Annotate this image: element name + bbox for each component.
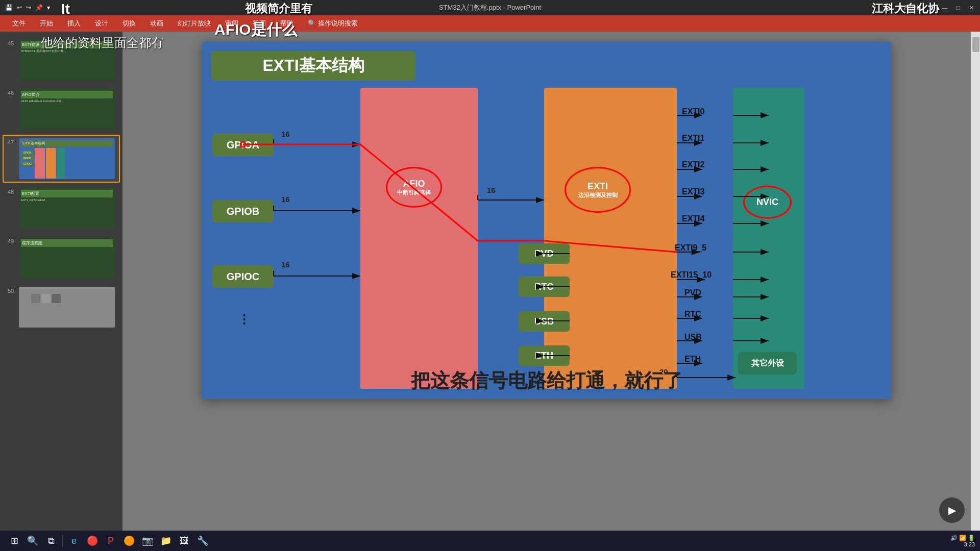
gpio-b-label: GPIOB xyxy=(227,206,259,217)
pvd-box: PVD xyxy=(519,243,570,264)
exti-column xyxy=(544,88,677,389)
window-title: STM32入门教程.pptx - PowerPoint xyxy=(439,3,541,12)
slide-item-50[interactable]: 50 xyxy=(3,283,120,331)
play-button[interactable]: ▶ xyxy=(939,497,965,523)
search-button[interactable]: 🔍 xyxy=(23,532,42,550)
slide-thumb-48: EXTI配置 EXTI_InitTypeDef... xyxy=(19,188,115,229)
slide-number-49: 49 xyxy=(8,238,19,244)
app2-button[interactable]: P xyxy=(102,532,120,550)
scrollbar-thumb[interactable] xyxy=(972,37,979,52)
gpio-c-arrow-num: 16 xyxy=(281,260,290,269)
exti15-10-label: EXTI15_10 xyxy=(671,270,712,280)
slide-thumb-49: 程序流程图 xyxy=(19,237,115,278)
tray-icons: 🔊 📶 🔋 xyxy=(950,535,975,541)
slide-subtitle: 把这条信号电路给打通，就行了 xyxy=(202,368,891,394)
dropdown-icon[interactable]: ▾ xyxy=(47,4,50,11)
exti-circle-label: EXTI 边沿检测及控制 xyxy=(565,167,631,213)
eth-box: ETH xyxy=(519,345,570,366)
slide-canvas: EXTI基本结构 GPIOA xyxy=(202,42,891,399)
pvd-output-label: PVD xyxy=(684,288,701,297)
tab-review[interactable]: 审阅 xyxy=(218,17,246,30)
gpio-b-box: GPIOB xyxy=(212,200,274,222)
edge-button[interactable]: e xyxy=(65,532,83,550)
slide-thumb-47: EXTI基本结构 GPIOA GPIOB GPIOC xyxy=(19,138,115,179)
app4-button[interactable]: 📷 xyxy=(138,532,157,550)
exti9-5-label: EXTI9_5 xyxy=(675,243,706,253)
rtc-output-label: RTC xyxy=(684,310,701,319)
tab-home[interactable]: 开始 xyxy=(33,17,60,30)
user-avatar: 👤 xyxy=(927,4,935,11)
undo-icon[interactable]: ↩ xyxy=(17,4,22,11)
taskbar-separator xyxy=(62,535,63,547)
gpio-b-arrow-num: 16 xyxy=(281,195,290,204)
slide-title: EXTI基本结构 xyxy=(211,51,415,81)
slide-panel: 45 EXTI资源 STM32 F1 系列有20个外部中断... 46 AFIO… xyxy=(0,32,122,536)
system-tray: 🔊 📶 🔋 3:23 xyxy=(950,535,975,547)
pin-icon[interactable]: 📌 xyxy=(35,4,43,11)
maximize-button[interactable]: □ xyxy=(954,4,962,11)
thumb-inner-50 xyxy=(19,287,115,328)
ribbon-tabs: 文件 开始 插入 设计 切换 动画 幻灯片放映 审阅 视图 帮助 🔍 操作说明搜… xyxy=(0,15,980,32)
exti1-label: EXTI1 xyxy=(682,134,704,143)
thumb-inner-47: EXTI基本结构 GPIOA GPIOB GPIOC xyxy=(19,138,115,179)
exti4-label: EXTI4 xyxy=(682,214,704,223)
slide-thumb-45: EXTI资源 STM32 F1 系列有20个外部中断... xyxy=(19,39,115,80)
exti3-label: EXTI3 xyxy=(682,187,704,196)
explorer-button[interactable]: 📁 xyxy=(157,532,175,550)
thumb-inner-48: EXTI配置 EXTI_InitTypeDef... xyxy=(19,188,115,229)
tab-transitions[interactable]: 切换 xyxy=(115,17,143,30)
play-icon: ▶ xyxy=(948,504,956,516)
save-icon[interactable]: 💾 xyxy=(5,4,13,11)
app3-button[interactable]: 🟠 xyxy=(120,532,138,550)
gpio-c-label: GPIOC xyxy=(227,271,259,283)
slide-thumb-50 xyxy=(19,287,115,328)
gpio-a-box: GPIOA xyxy=(212,134,274,156)
tab-help[interactable]: 帮助 xyxy=(273,17,301,30)
ribbon: 文件 开始 插入 设计 切换 动画 幻灯片放映 审阅 视图 帮助 🔍 操作说明搜… xyxy=(0,15,980,32)
slide-number-48: 48 xyxy=(8,189,19,195)
photos-button[interactable]: 🖼 xyxy=(175,532,193,550)
tab-view[interactable]: 视图 xyxy=(246,17,273,30)
slide-item-45[interactable]: 45 EXTI资源 STM32 F1 系列有20个外部中断... xyxy=(3,36,120,84)
slide-number-46: 46 xyxy=(8,90,19,96)
clock: 3:23 xyxy=(950,541,975,547)
app-layout: 45 EXTI资源 STM32 F1 系列有20个外部中断... 46 AFIO… xyxy=(0,32,980,536)
tab-slideshow[interactable]: 幻灯片放映 xyxy=(170,17,218,30)
slide-title-text: EXTI基本结构 xyxy=(262,55,364,77)
thumb-inner-49: 程序流程图 xyxy=(19,237,115,278)
app1-button[interactable]: 🔴 xyxy=(83,532,102,550)
start-button[interactable]: ⊞ xyxy=(5,532,23,550)
tab-search[interactable]: 🔍 操作说明搜索 xyxy=(301,17,365,30)
minimize-button[interactable]: — xyxy=(941,4,948,11)
slide-number-47: 47 xyxy=(8,139,19,145)
slide-item-47[interactable]: 47 EXTI基本结构 GPIOA GPIOB GPIOC xyxy=(3,135,120,183)
tab-design[interactable]: 设计 xyxy=(88,17,115,30)
tab-animations[interactable]: 动画 xyxy=(143,17,170,30)
nvic-circle-label: NVIC xyxy=(743,186,792,219)
other-peripheral-label: 其它外设 xyxy=(751,358,784,369)
slide-number-45: 45 xyxy=(8,40,19,46)
slide-item-48[interactable]: 48 EXTI配置 EXTI_InitTypeDef... xyxy=(3,184,120,232)
taskview-button[interactable]: ⧉ xyxy=(42,532,60,550)
right-scrollbar[interactable] xyxy=(971,32,980,536)
canvas-area: EXTI基本结构 GPIOA xyxy=(122,32,971,536)
redo-icon[interactable]: ↪ xyxy=(26,4,31,11)
slide-number-50: 50 xyxy=(8,288,19,294)
thumb-inner-46: AFIO简介 AFIO (Alternate Function I/O)... xyxy=(19,89,115,130)
usb-output-label: USB xyxy=(684,333,702,342)
title-bar: 💾 ↩ ↪ 📌 ▾ STM32入门教程.pptx - PowerPoint H … xyxy=(0,0,980,15)
main-content: EXTI基本结构 GPIOA xyxy=(122,32,971,536)
taskbar: ⊞ 🔍 ⧉ e 🔴 P 🟠 📷 📁 🖼 🔧 🔊 📶 🔋 3:23 xyxy=(0,531,980,551)
app5-button[interactable]: 🔧 xyxy=(193,532,212,550)
tab-insert[interactable]: 插入 xyxy=(60,17,88,30)
thumb-inner-45: EXTI资源 STM32 F1 系列有20个外部中断... xyxy=(19,39,115,80)
slide-item-46[interactable]: 46 AFIO简介 AFIO (Alternate Function I/O).… xyxy=(3,85,120,133)
title-left: 💾 ↩ ↪ 📌 ▾ xyxy=(5,4,50,11)
slide-item-49[interactable]: 49 程序流程图 xyxy=(3,234,120,282)
afio-circle-label: AFIO 中断引脚选择 xyxy=(386,167,442,208)
gpio-c-box: GPIOC xyxy=(212,265,274,288)
tab-file[interactable]: 文件 xyxy=(5,17,33,30)
nvic-column xyxy=(733,88,804,389)
usb-box: USB xyxy=(519,311,570,332)
close-button[interactable]: ✕ xyxy=(968,4,975,11)
